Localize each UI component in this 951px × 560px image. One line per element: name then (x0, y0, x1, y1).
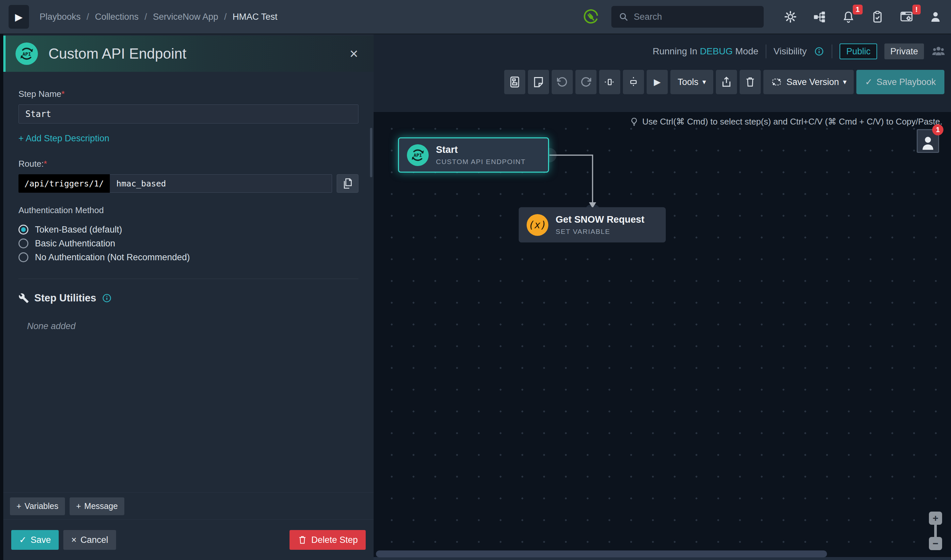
auth-method-label: Authentication Method (19, 205, 358, 215)
plus-icon: + (76, 502, 81, 511)
radio-basic-auth[interactable]: Basic Authentication (19, 237, 358, 250)
tools-menu-button[interactable]: Tools ▾ (670, 70, 713, 94)
top-icon-group: 1 ! (783, 10, 942, 24)
zoom-out-button[interactable]: − (929, 537, 942, 550)
align-horizontal-icon (604, 76, 616, 88)
add-variables-button[interactable]: + Variables (10, 497, 65, 515)
people-group-icon[interactable] (931, 44, 946, 58)
align-vertical-icon (627, 76, 639, 88)
step-editor-title: Custom API Endpoint (48, 45, 186, 62)
bell-icon[interactable]: 1 (841, 10, 855, 24)
canvas-grid[interactable]: Use Ctrl(⌘ Cmd) to select step(s) and Ct… (374, 112, 951, 560)
copy-route-button[interactable] (337, 174, 358, 193)
step-utilities-header: Step Utilities (19, 292, 358, 304)
form-layout-button[interactable] (504, 70, 525, 94)
notifications-badge: 1 (853, 5, 863, 14)
step-editor-header: API Custom API Endpoint × (3, 35, 374, 72)
plug-health-icon[interactable] (582, 8, 599, 25)
breadcrumb: Playbooks / Collections / ServiceNow App… (40, 12, 277, 22)
search-icon (618, 11, 629, 22)
check-icon: ✓ (865, 77, 872, 87)
step-editor-panel: API Custom API Endpoint × Step Name* + A… (3, 34, 374, 560)
debug-mode-value: DEBUG (700, 46, 733, 56)
utilities-empty-text: None added (27, 321, 358, 331)
delete-playbook-button[interactable] (739, 70, 761, 94)
breadcrumb-playbooks[interactable]: Playbooks (40, 12, 81, 22)
horizontal-scrollbar-track[interactable] (374, 557, 951, 560)
caret-down-icon: ▾ (843, 78, 846, 86)
cancel-button[interactable]: × Cancel (63, 530, 116, 550)
add-note-button[interactable] (528, 70, 549, 94)
delete-step-button[interactable]: Delete Step (290, 530, 366, 550)
radio-token-based[interactable]: Token-Based (default) (19, 223, 358, 237)
zoom-in-button[interactable]: + (929, 512, 942, 525)
canvas-toolbar: ▶ Tools ▾ Save Version ▾ ✓ Save Playbook (504, 70, 945, 94)
run-playbook-button[interactable]: ▶ (647, 70, 668, 94)
export-playbook-button[interactable] (716, 70, 737, 94)
breadcrumb-separator: / (224, 12, 227, 22)
node-title: Start (436, 144, 526, 155)
node-get-snow-request[interactable]: (x) Get SNOW Request SET VARIABLE (519, 207, 666, 242)
wrench-icon (19, 293, 29, 303)
save-version-button[interactable]: Save Version ▾ (763, 70, 854, 94)
search-input[interactable] (634, 12, 746, 22)
connector-wires (374, 112, 951, 560)
visibility-public-button[interactable]: Public (840, 43, 877, 59)
panel-scrollbar[interactable] (370, 128, 372, 177)
variable-icon: (x) (526, 214, 548, 236)
visibility-private-button[interactable]: Private (885, 43, 924, 59)
breadcrumb-servicenow-app[interactable]: ServiceNow App (153, 12, 218, 22)
gear-icon[interactable] (783, 10, 797, 24)
redo-button[interactable] (576, 70, 596, 94)
node-text: Get SNOW Request SET VARIABLE (556, 214, 644, 235)
node-type: CUSTOM API ENDPOINT (436, 158, 526, 166)
plus-icon: + (17, 502, 22, 511)
node-type: SET VARIABLE (556, 228, 644, 235)
api-sync-icon: API (407, 144, 429, 166)
save-playbook-button[interactable]: ✓ Save Playbook (856, 70, 945, 94)
radio-circle-icon (19, 252, 28, 262)
node-start[interactable]: API Start CUSTOM API ENDPOINT (398, 137, 549, 172)
route-prefix: /api/triggers/1/ (19, 174, 110, 193)
playbook-canvas-area: Running In DEBUG Mode Visibility Public … (374, 34, 951, 560)
redo-icon (580, 76, 592, 88)
route-input[interactable] (110, 174, 332, 193)
undo-button[interactable] (552, 70, 573, 94)
align-vertical-button[interactable] (623, 70, 644, 94)
step-name-input[interactable] (19, 105, 358, 123)
node-text: Start CUSTOM API ENDPOINT (436, 144, 526, 166)
add-message-button[interactable]: + Message (69, 497, 124, 515)
caret-down-icon: ▾ (702, 78, 706, 86)
variables-message-bar: + Variables + Message (3, 492, 374, 520)
breadcrumb-separator: / (144, 12, 147, 22)
trash-icon (744, 76, 756, 88)
horizontal-scrollbar-thumb[interactable] (376, 551, 827, 557)
node-title: Get SNOW Request (556, 214, 644, 225)
breadcrumb-current-page: HMAC Test (233, 12, 277, 22)
info-icon[interactable] (814, 46, 824, 57)
app-settings-icon[interactable]: ! (900, 10, 913, 24)
close-icon[interactable]: × (344, 45, 364, 62)
tasks-clipboard-icon[interactable] (871, 10, 885, 24)
zoom-out-icon: − (932, 538, 939, 549)
running-mode-text: Running In DEBUG Mode (653, 46, 758, 57)
svg-text:API: API (22, 51, 31, 57)
info-icon[interactable] (102, 293, 112, 303)
trash-icon (298, 535, 307, 545)
zoom-slider-track[interactable] (934, 524, 937, 538)
play-icon: ▶ (654, 77, 661, 87)
expand-sidebar-button[interactable]: ▶ (9, 5, 29, 29)
note-icon (532, 76, 545, 88)
radio-circle-icon (19, 225, 28, 235)
add-step-description-link[interactable]: + Add Step Description (19, 134, 109, 144)
user-icon[interactable] (929, 10, 942, 24)
vertical-separator (832, 45, 832, 58)
radio-no-auth[interactable]: No Authentication (Not Recommended) (19, 250, 358, 264)
canvas-status-row: Running In DEBUG Mode Visibility Public … (653, 42, 946, 61)
align-horizontal-button[interactable] (599, 70, 620, 94)
undo-icon (556, 76, 568, 88)
sitemap-icon[interactable] (812, 10, 826, 24)
breadcrumb-collections[interactable]: Collections (95, 12, 139, 22)
save-button[interactable]: ✓ Save (11, 530, 59, 550)
branch-icon (770, 76, 783, 88)
